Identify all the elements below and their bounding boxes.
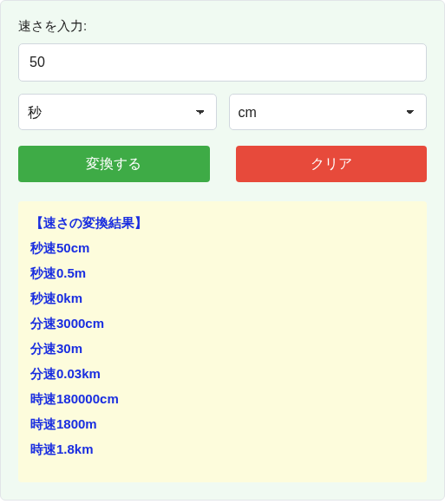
value-input-row: [18, 43, 427, 82]
clear-button[interactable]: クリア: [236, 146, 428, 182]
time-unit-select[interactable]: 秒: [18, 94, 217, 130]
button-row: 変換する クリア: [18, 146, 427, 182]
result-line: 時速1.8km: [30, 442, 415, 458]
result-line: 時速1800m: [30, 416, 415, 433]
result-line: 秒速0.5m: [30, 265, 415, 282]
result-line: 秒速0km: [30, 291, 415, 307]
unit-select-row: 秒 cm: [18, 94, 427, 130]
result-line: 時速180000cm: [30, 391, 415, 408]
result-line: 分速3000cm: [30, 316, 415, 332]
speed-converter-card: 速さを入力: 秒 cm 変換する クリア 【速さの変換結果】 秒速50cm 秒速…: [0, 0, 445, 501]
speed-value-input[interactable]: [18, 43, 427, 82]
result-title: 【速さの変換結果】: [30, 215, 415, 232]
convert-button[interactable]: 変換する: [18, 146, 210, 182]
distance-unit-select[interactable]: cm: [229, 94, 428, 130]
input-label: 速さを入力:: [18, 18, 427, 35]
result-line: 分速30m: [30, 341, 415, 357]
result-box: 【速さの変換結果】 秒速50cm 秒速0.5m 秒速0km 分速3000cm 分…: [18, 201, 427, 482]
result-line: 分速0.03km: [30, 366, 415, 383]
result-line: 秒速50cm: [30, 240, 415, 257]
